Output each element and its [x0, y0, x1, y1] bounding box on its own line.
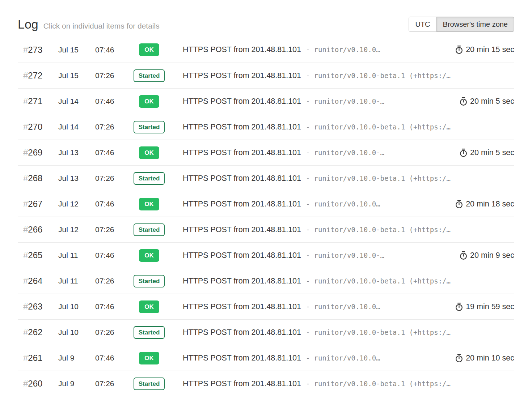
event-time: 07:26: [95, 225, 122, 234]
status-badge: Started: [134, 69, 165, 82]
status-badge-cell: OK: [122, 43, 176, 56]
user-agent: runitor/v0.10.0-beta.1 (+https:/…: [314, 226, 451, 234]
event-date: Jul 10: [58, 302, 95, 311]
hash-prefix: #: [23, 45, 28, 55]
status-badge-cell: OK: [122, 352, 176, 364]
event-description: HTTPS POST from 201.48.81.101: [183, 379, 301, 388]
log-row[interactable]: #263 Jul 10 07:46 OK HTTPS POST from 201…: [18, 294, 514, 319]
description-separator: -: [306, 328, 310, 336]
event-number: #269: [18, 148, 58, 158]
event-description: HTTPS POST from 201.48.81.101: [183, 97, 301, 106]
stopwatch-icon: [459, 97, 468, 106]
event-number: #261: [18, 353, 58, 363]
log-row[interactable]: #264 Jul 11 07:26 Started HTTPS POST fro…: [18, 268, 514, 294]
user-agent: runitor/v0.10.0…: [314, 200, 380, 208]
event-number: #270: [18, 122, 58, 132]
description-separator: -: [306, 303, 310, 311]
log-row[interactable]: #266 Jul 12 07:26 Started HTTPS POST fro…: [18, 217, 514, 242]
user-agent: runitor/v0.10.0…: [314, 46, 380, 54]
event-duration-text: 20 min 5 sec: [470, 148, 514, 157]
event-number: #264: [18, 276, 58, 286]
event-description-cell: HTTPS POST from 201.48.81.101 - runitor/…: [183, 45, 448, 54]
event-number-value: 270: [28, 122, 42, 132]
utc-button[interactable]: UTC: [409, 17, 436, 32]
status-badge: Started: [134, 326, 165, 339]
event-duration: 20 min 9 sec: [452, 251, 514, 260]
event-duration: 20 min 15 sec: [448, 45, 514, 54]
event-description: HTTPS POST from 201.48.81.101: [183, 225, 301, 234]
event-date: Jul 12: [58, 225, 95, 234]
status-badge-cell: Started: [122, 326, 176, 339]
hash-prefix: #: [23, 250, 28, 260]
event-duration-text: 19 min 59 sec: [466, 302, 514, 311]
event-number-value: 273: [28, 45, 42, 55]
event-duration: 20 min 10 sec: [448, 354, 514, 363]
event-number-value: 271: [28, 96, 42, 106]
event-number: #272: [18, 71, 58, 81]
log-row[interactable]: #260 Jul 9 07:26 Started HTTPS POST from…: [18, 371, 514, 396]
event-date: Jul 12: [58, 200, 95, 208]
event-duration-text: 20 min 15 sec: [466, 45, 514, 54]
log-row[interactable]: #265 Jul 11 07:46 OK HTTPS POST from 201…: [18, 242, 514, 268]
status-badge-cell: OK: [122, 146, 176, 159]
description-separator: -: [306, 277, 310, 285]
stopwatch-icon: [455, 200, 463, 209]
event-description-cell: HTTPS POST from 201.48.81.101 - runitor/…: [183, 302, 448, 311]
log-row[interactable]: #268 Jul 13 07:26 Started HTTPS POST fro…: [18, 165, 514, 191]
event-number: #263: [18, 302, 58, 312]
description-separator: -: [306, 46, 310, 54]
event-date: Jul 11: [58, 277, 95, 285]
page-subtitle: Click on individual items for details: [43, 22, 160, 30]
user-agent: runitor/v0.10.0-…: [314, 149, 384, 157]
hash-prefix: #: [23, 148, 28, 157]
log-row[interactable]: #273 Jul 15 07:46 OK HTTPS POST from 201…: [18, 37, 514, 63]
status-badge: OK: [139, 146, 159, 159]
description-separator: -: [306, 72, 310, 80]
log-row[interactable]: #270 Jul 14 07:26 Started HTTPS POST fro…: [18, 114, 514, 140]
event-number-value: 260: [28, 379, 42, 388]
log-row[interactable]: #261 Jul 9 07:46 OK HTTPS POST from 201.…: [18, 345, 514, 371]
hash-prefix: #: [23, 122, 28, 132]
status-badge-cell: OK: [122, 249, 176, 262]
event-duration: 20 min 5 sec: [452, 97, 514, 106]
event-duration-text: 20 min 9 sec: [470, 251, 514, 260]
status-badge-cell: OK: [122, 95, 176, 108]
event-duration: 20 min 5 sec: [452, 148, 514, 157]
status-badge: OK: [139, 198, 159, 210]
status-badge: Started: [134, 172, 165, 185]
event-description: HTTPS POST from 201.48.81.101: [183, 148, 301, 157]
event-number: #273: [18, 45, 58, 55]
event-date: Jul 14: [58, 123, 95, 131]
user-agent: runitor/v0.10.0-beta.1 (+https:/…: [314, 380, 451, 388]
event-number-value: 268: [28, 173, 42, 183]
status-badge-cell: OK: [122, 198, 176, 210]
stopwatch-icon: [455, 302, 463, 311]
status-badge-cell: Started: [122, 172, 176, 185]
event-number-value: 266: [28, 225, 42, 234]
status-badge-cell: OK: [122, 300, 176, 313]
log-row[interactable]: #272 Jul 15 07:26 Started HTTPS POST fro…: [18, 63, 514, 88]
log-row[interactable]: #262 Jul 10 07:26 Started HTTPS POST fro…: [18, 319, 514, 345]
event-description-cell: HTTPS POST from 201.48.81.101 - runitor/…: [183, 328, 514, 337]
event-description: HTTPS POST from 201.48.81.101: [183, 174, 301, 183]
event-date: Jul 13: [58, 148, 95, 157]
event-description-cell: HTTPS POST from 201.48.81.101 - runitor/…: [183, 277, 514, 286]
browser-timezone-button[interactable]: Browser's time zone: [436, 17, 514, 32]
stopwatch-icon: [459, 251, 468, 260]
log-row[interactable]: #267 Jul 12 07:46 OK HTTPS POST from 201…: [18, 191, 514, 217]
event-description-cell: HTTPS POST from 201.48.81.101 - runitor/…: [183, 251, 452, 260]
description-separator: -: [306, 174, 310, 182]
user-agent: runitor/v0.10.0…: [314, 354, 380, 362]
log-row[interactable]: #271 Jul 14 07:46 OK HTTPS POST from 201…: [18, 88, 514, 114]
event-number: #271: [18, 96, 58, 106]
log-row[interactable]: #269 Jul 13 07:46 OK HTTPS POST from 201…: [18, 140, 514, 165]
description-separator: -: [306, 97, 310, 105]
hash-prefix: #: [23, 71, 28, 80]
description-separator: -: [306, 200, 310, 208]
event-duration-text: 20 min 5 sec: [470, 97, 514, 106]
stopwatch-icon: [455, 354, 463, 363]
description-separator: -: [306, 123, 310, 131]
event-description: HTTPS POST from 201.48.81.101: [183, 277, 301, 286]
hash-prefix: #: [23, 276, 28, 286]
status-badge: OK: [139, 43, 159, 56]
